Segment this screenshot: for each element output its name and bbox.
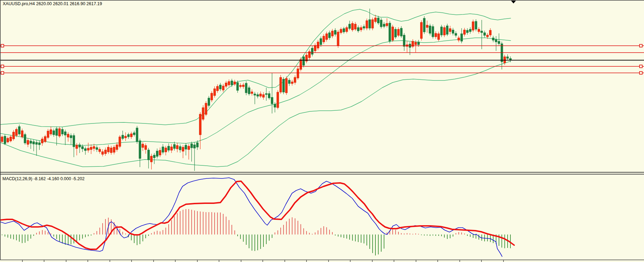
left-border: [0, 0, 1, 260]
chart-title: XAUUSD.pro,H42620.00 2620.01 2616.90 261…: [3, 1, 103, 6]
ohlc-values: 2620.00 2620.01 2616.90 2617.19: [36, 1, 102, 6]
top-border: [0, 0, 644, 1]
line-drag-handle[interactable]: [1, 72, 4, 74]
line-drag-handle[interactable]: [640, 65, 642, 68]
line-drag-handle[interactable]: [640, 72, 642, 74]
symbol-period-label: XAUUSD.pro,H4: [3, 1, 35, 6]
chart-window: XAUUSD.pro,H42620.00 2620.01 2616.90 261…: [0, 0, 644, 262]
line-drag-handle[interactable]: [640, 44, 642, 47]
macd-indicator-label: MACD(12,26,9) -8.162 -4.160 0.000 -5.202: [2, 176, 84, 181]
line-drag-handle[interactable]: [1, 65, 4, 68]
chart-canvas[interactable]: [0, 0, 644, 262]
line-drag-handle[interactable]: [1, 44, 4, 47]
